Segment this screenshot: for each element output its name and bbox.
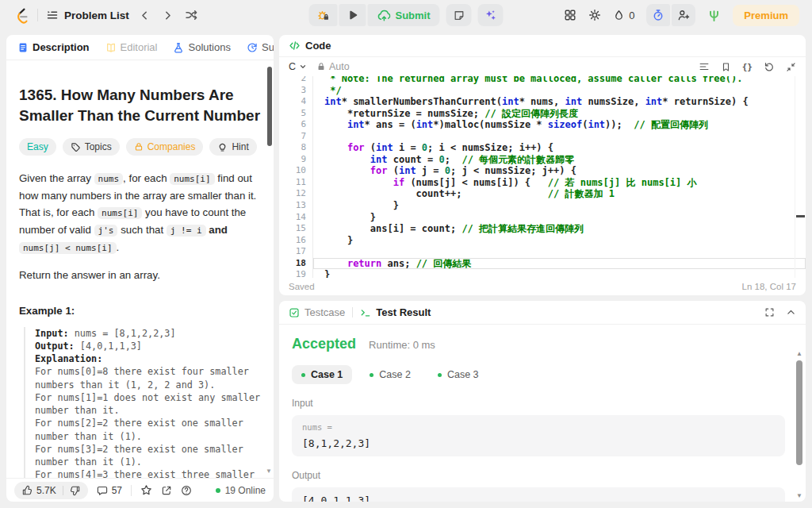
tab-solutions[interactable]: Solutions	[168, 38, 235, 56]
code-line[interactable]: 8 for (int i = 0; i < numsSize; i++) {	[279, 142, 806, 154]
companies-tag[interactable]: Companies	[126, 138, 204, 156]
notes-button[interactable]	[446, 4, 472, 26]
editor-scrollbar-track[interactable]	[795, 76, 795, 278]
scroll-down-arrow[interactable]: ▼	[795, 493, 804, 499]
testcase-scrollbar-thumb[interactable]	[796, 360, 802, 465]
favorite-button[interactable]	[140, 484, 152, 496]
tag-label: Topics	[85, 141, 112, 152]
code-line[interactable]: 10 for (int j = 0; j < numsSize; j++) {	[279, 165, 806, 177]
shuffle-icon[interactable]	[183, 7, 199, 23]
code-token: ;	[445, 154, 462, 165]
line-content: if (nums[j] < nums[i]) { // 若 nums[j] 比 …	[312, 177, 806, 189]
next-problem-button[interactable]	[160, 8, 175, 23]
tab-description[interactable]: Description	[13, 38, 94, 56]
editor-toolbar: C Auto	[279, 57, 806, 76]
tab-testcase[interactable]: Testcase	[289, 306, 345, 318]
input-value: [8,1,2,2,3]	[302, 437, 775, 449]
code-editor[interactable]: 2 * Note: The returned array must be mal…	[279, 76, 806, 278]
code-token	[324, 119, 347, 130]
case-tab-2[interactable]: Case 2	[360, 365, 420, 384]
code-line[interactable]: 5 *returnSize = numsSize; // 設定回傳陣列長度	[279, 108, 806, 120]
code-token: // 把計算結果存進回傳陣列	[462, 223, 584, 234]
code-tab-label[interactable]: Code	[305, 40, 331, 52]
leetcode-logo-icon[interactable]	[13, 7, 29, 24]
flame-icon	[613, 10, 625, 21]
like-button[interactable]: 5.7K	[21, 485, 56, 496]
input-box[interactable]: nums = [8,1,2,2,3]	[292, 415, 785, 456]
collaborate-button[interactable]	[672, 4, 695, 26]
code-line[interactable]: 3 */	[279, 85, 806, 97]
language-value: C	[289, 61, 296, 72]
tab-editorial[interactable]: Editorial	[101, 38, 163, 56]
ai-assistant-button[interactable]	[478, 4, 504, 26]
code-token: // 計數器加 1	[548, 188, 615, 199]
scroll-down-arrow[interactable]: ▼	[266, 468, 272, 475]
check-square-icon	[289, 307, 300, 318]
code-line[interactable]: 6 int* ans = (int*)malloc(numsSize * siz…	[279, 119, 806, 131]
prev-problem-button[interactable]	[137, 8, 152, 23]
timer-button[interactable]	[646, 4, 670, 26]
collapse-panel-icon[interactable]	[786, 62, 796, 72]
tab-submissions[interactable]: Submissions	[242, 38, 274, 56]
code-line[interactable]: 15 ans[i] = count; // 把計算結果存進回傳陣列	[279, 223, 806, 235]
format-code-icon[interactable]	[699, 61, 710, 72]
share-button[interactable]	[161, 485, 172, 496]
fullscreen-icon[interactable]	[764, 307, 775, 318]
code-line[interactable]: 16 }	[279, 235, 806, 247]
premium-button[interactable]: Premium	[733, 5, 799, 26]
output-box[interactable]: [4,0,1,1,3]	[292, 487, 785, 502]
comments-button[interactable]: 57	[97, 485, 122, 496]
code-line[interactable]: 4int* smallerNumbersThanCurrent(int* num…	[279, 96, 806, 108]
problem-list-button[interactable]: Problem List	[46, 9, 129, 21]
plant-streak-icon[interactable]	[707, 9, 721, 22]
scroll-up-arrow[interactable]: ▲	[795, 351, 804, 357]
help-button[interactable]	[181, 485, 192, 496]
hint-tag[interactable]: Hint	[209, 138, 256, 156]
code-line[interactable]: 11 if (nums[j] < nums[i]) { // 若 nums[j]…	[279, 177, 806, 189]
code-brackets-icon	[289, 40, 301, 52]
line-content: int* smallerNumbersThanCurrent(int* nums…	[312, 96, 806, 108]
reset-code-icon[interactable]	[764, 61, 775, 72]
layout-grid-icon[interactable]	[564, 9, 576, 21]
input-variable-name: nums =	[302, 422, 775, 432]
auto-save-indicator[interactable]: Auto	[316, 61, 350, 72]
debug-button[interactable]	[308, 4, 337, 26]
problem-description[interactable]: 1365. How Many Numbers Are Smaller Than …	[6, 60, 274, 478]
bookmark-icon[interactable]	[721, 62, 731, 72]
testcase-scrollbar[interactable]: ▲ ▼	[795, 351, 804, 499]
tab-label: Testcase	[304, 306, 345, 318]
cursor-position[interactable]: Ln 18, Col 17	[742, 282, 796, 291]
code-line[interactable]: 2 * Note: The returned array must be mal…	[279, 76, 806, 85]
line-content: for (int j = 0; j < numsSize; j++) {	[312, 165, 806, 177]
line-number: 17	[279, 246, 306, 258]
tab-test-result[interactable]: Test Result	[360, 306, 431, 318]
code-line[interactable]: 9 int count = 0; // 每個元素的計數器歸零	[279, 154, 806, 166]
code-token: }	[324, 235, 353, 246]
dislike-button[interactable]	[70, 485, 81, 496]
topics-tag[interactable]: Topics	[63, 138, 120, 156]
case-tab-1[interactable]: Case 1	[292, 365, 352, 384]
difficulty-badge[interactable]: Easy	[19, 138, 56, 156]
code-line[interactable]: 18 return ans; // 回傳結果	[279, 258, 806, 270]
online-count: 19 Online	[225, 485, 266, 496]
code-line[interactable]: 12 count++; // 計數器加 1	[279, 188, 806, 200]
submit-button[interactable]: Submit	[367, 4, 439, 26]
braces-icon[interactable]: {}	[742, 62, 753, 72]
statement-text: Given the array	[19, 172, 94, 184]
run-button[interactable]	[339, 4, 366, 26]
code-line[interactable]: 13 }	[279, 200, 806, 212]
description-scrollbar-thumb[interactable]	[267, 67, 272, 146]
language-selector[interactable]: C	[289, 61, 307, 72]
streak-counter[interactable]: 0	[613, 10, 634, 21]
code-token: return	[347, 258, 381, 269]
code-line[interactable]: 7	[279, 131, 806, 143]
chevron-up-icon[interactable]	[786, 307, 796, 318]
code-line[interactable]: 17	[279, 246, 806, 258]
settings-gear-icon[interactable]	[588, 9, 601, 21]
editor-scrollbar-mark	[796, 215, 805, 217]
verdict-status[interactable]: Accepted	[292, 336, 356, 352]
code-token: ans;	[381, 258, 416, 269]
code-line[interactable]: 19}	[279, 269, 806, 278]
case-tab-3[interactable]: Case 3	[428, 365, 488, 384]
code-line[interactable]: 14 }	[279, 212, 806, 224]
